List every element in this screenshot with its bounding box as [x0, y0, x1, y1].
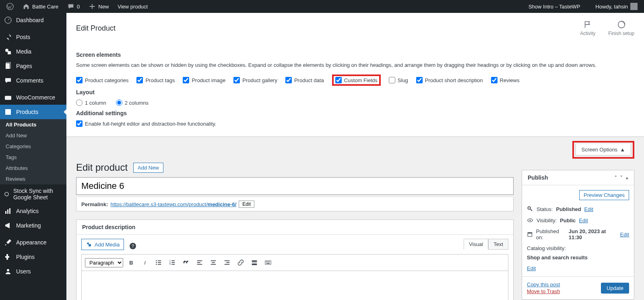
sidebar-item-analytics[interactable]: Analytics	[0, 204, 66, 218]
add-media-button[interactable]: Add Media	[81, 239, 124, 250]
radio-2-columns[interactable]: 2 columns	[116, 99, 149, 106]
submenu-attributes[interactable]: Attributes	[0, 163, 66, 174]
comments-link[interactable]: 0	[64, 3, 83, 10]
sidebar-item-appearance[interactable]: Appearance	[0, 235, 66, 250]
permalink-edit-button[interactable]: Edit	[239, 201, 254, 208]
check-product-tags[interactable]: Product tags	[136, 77, 175, 83]
finish-setup-button[interactable]: Finish setup	[608, 20, 634, 36]
editor-toolbar: Paragraph B I 123	[81, 254, 508, 271]
submenu-label: Attributes	[6, 165, 28, 171]
check-product-gallery[interactable]: Product gallery	[233, 77, 277, 83]
plugin-icon	[4, 253, 12, 261]
check-product-data[interactable]: Product data	[285, 77, 324, 83]
edit-visibility-link[interactable]: Edit	[579, 217, 588, 223]
checkbox[interactable]	[76, 77, 83, 83]
sidebar-item-plugins[interactable]: Plugins	[0, 250, 66, 264]
sidebar-item-posts[interactable]: Posts	[0, 30, 66, 44]
edit-date-link[interactable]: Edit	[620, 232, 629, 238]
check-custom-fields[interactable]: Custom Fields	[335, 77, 378, 83]
catalog-value: Shop and search results	[527, 254, 588, 261]
check-product-image[interactable]: Product image	[183, 77, 225, 83]
checkbox[interactable]	[136, 77, 143, 83]
check-fullheight[interactable]: Enable full-height editor and distractio…	[76, 120, 634, 127]
check-slug[interactable]: Slug	[389, 77, 408, 83]
show-intro-link[interactable]: Show Intro – TasteWP	[525, 4, 583, 10]
checkbox[interactable]	[389, 77, 395, 83]
sidebar-item-comments[interactable]: Comments	[0, 73, 66, 88]
site-name-link[interactable]: Battle Care	[19, 3, 62, 10]
radio-1-column[interactable]: 1 column	[76, 99, 106, 106]
toggle-icon[interactable]: ▴	[626, 175, 628, 180]
align-right-button[interactable]	[221, 257, 233, 268]
activity-button[interactable]: Activity	[580, 20, 595, 36]
edit-status-link[interactable]: Edit	[584, 206, 593, 212]
checkbox[interactable]	[491, 77, 497, 83]
screen-options-toggle[interactable]: Screen Options ▲	[576, 144, 631, 155]
account-link[interactable]: Howdy, tahsin	[592, 3, 641, 10]
media-icon	[4, 48, 12, 56]
svg-rect-15	[89, 244, 91, 246]
submenu-categories[interactable]: Categories	[0, 141, 66, 152]
submenu-reviews[interactable]: Reviews	[0, 174, 66, 184]
move-up-icon[interactable]: ˄	[615, 175, 617, 180]
submenu-all-products[interactable]: All Products	[0, 119, 66, 130]
link-button[interactable]	[235, 257, 246, 268]
copy-post-link[interactable]: Copy this post	[527, 281, 560, 288]
sidebar-item-media[interactable]: Media	[0, 44, 66, 59]
number-list-button[interactable]: 123	[167, 257, 178, 268]
sidebar-item-woocommerce[interactable]: WooCommerce	[0, 90, 66, 105]
check-product-categories[interactable]: Product categories	[76, 77, 128, 83]
new-link[interactable]: New	[85, 3, 112, 10]
sidebar-item-pages[interactable]: Pages	[0, 59, 66, 73]
check-short-description[interactable]: Product short description	[416, 77, 483, 83]
bullet-list-button[interactable]	[153, 257, 164, 268]
checkbox[interactable]	[233, 77, 240, 83]
checkbox[interactable]	[335, 77, 342, 83]
check-reviews[interactable]: Reviews	[491, 77, 520, 83]
sidebar-item-users[interactable]: Users	[0, 264, 66, 279]
sidebar-label: Dashboard	[16, 17, 44, 23]
tab-visual[interactable]: Visual	[464, 239, 488, 250]
sidebar-item-marketing[interactable]: Marketing	[0, 218, 66, 233]
submenu-add-new[interactable]: Add New	[0, 130, 66, 141]
quote-button[interactable]	[180, 257, 192, 268]
publish-heading[interactable]: Publish ˄ ˅ ▴	[522, 170, 634, 185]
editor-content[interactable]	[81, 271, 508, 300]
view-product-link[interactable]: View product	[114, 4, 151, 10]
checkbox[interactable]	[285, 77, 292, 83]
sidebar-item-stocksync[interactable]: Stock Sync with Google Sheet	[0, 184, 66, 204]
product-title-input[interactable]	[76, 177, 514, 195]
sidebar-item-dashboard[interactable]: Dashboard	[0, 13, 66, 27]
checkbox[interactable]	[76, 120, 83, 127]
tab-text[interactable]: Text	[488, 239, 508, 250]
activity-label: Activity	[580, 31, 595, 36]
comment-icon	[67, 3, 74, 10]
description-heading[interactable]: Product description	[76, 220, 513, 235]
description-heading-label: Product description	[82, 224, 135, 230]
submenu-tags[interactable]: Tags	[0, 152, 66, 163]
radio[interactable]	[76, 99, 83, 106]
permalink-link[interactable]: https://battlecare.s3-tastewp.com/produc…	[110, 201, 236, 207]
toolbar-toggle-button[interactable]	[262, 257, 274, 268]
help-icon[interactable]: ?	[130, 243, 136, 249]
checkbox[interactable]	[416, 77, 423, 83]
sidebar-item-products[interactable]: Products	[0, 105, 66, 119]
format-select[interactable]: Paragraph	[85, 258, 123, 267]
radio[interactable]	[116, 99, 122, 106]
edit-catalog-link[interactable]: Edit	[527, 265, 536, 271]
readmore-button[interactable]	[249, 257, 260, 268]
move-down-icon[interactable]: ˅	[620, 175, 623, 180]
checkbox[interactable]	[183, 77, 189, 83]
align-left-button[interactable]	[194, 257, 205, 268]
bold-button[interactable]: B	[126, 257, 137, 268]
italic-button[interactable]: I	[139, 257, 151, 268]
sidebar-label: Media	[16, 48, 31, 55]
add-new-button[interactable]: Add New	[133, 163, 163, 173]
update-button[interactable]: Update	[601, 283, 629, 294]
align-center-button[interactable]	[208, 257, 219, 268]
check-label: Slug	[398, 77, 408, 83]
wp-logo[interactable]	[3, 3, 17, 10]
preview-changes-button[interactable]: Preview Changes	[579, 190, 629, 200]
move-to-trash-link[interactable]: Move to Trash	[527, 288, 560, 294]
highlight-screen-options: Screen Options ▲	[572, 141, 634, 159]
